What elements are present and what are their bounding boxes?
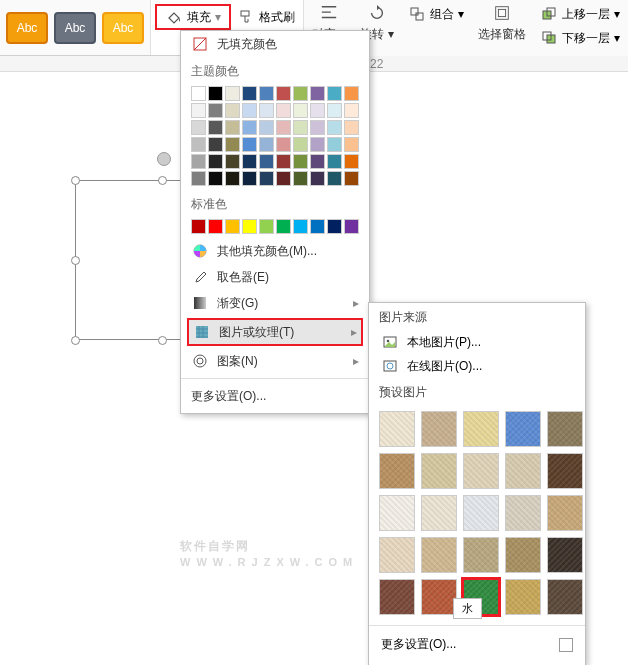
texture-swatch[interactable] xyxy=(505,411,541,447)
color-swatch[interactable] xyxy=(276,120,291,135)
color-swatch[interactable] xyxy=(259,154,274,169)
color-swatch[interactable] xyxy=(310,137,325,152)
more-colors-item[interactable]: 其他填充颜色(M)... xyxy=(181,238,369,264)
color-swatch[interactable] xyxy=(259,86,274,101)
color-swatch[interactable] xyxy=(191,219,206,234)
color-swatch[interactable] xyxy=(225,86,240,101)
bring-forward-button[interactable]: 上移一层▾ xyxy=(540,4,620,24)
color-swatch[interactable] xyxy=(242,120,257,135)
texture-swatch[interactable] xyxy=(463,537,499,573)
texture-swatch[interactable] xyxy=(463,411,499,447)
color-swatch[interactable] xyxy=(242,219,257,234)
color-swatch[interactable] xyxy=(259,103,274,118)
color-swatch[interactable] xyxy=(225,219,240,234)
color-swatch[interactable] xyxy=(259,137,274,152)
color-swatch[interactable] xyxy=(208,86,223,101)
color-swatch[interactable] xyxy=(310,103,325,118)
texture-swatch[interactable] xyxy=(505,537,541,573)
color-swatch[interactable] xyxy=(242,86,257,101)
picture-texture-item[interactable]: 图片或纹理(T) ▸ xyxy=(187,318,363,346)
texture-swatch[interactable] xyxy=(463,495,499,531)
color-swatch[interactable] xyxy=(327,219,342,234)
color-swatch[interactable] xyxy=(327,137,342,152)
color-swatch[interactable] xyxy=(225,154,240,169)
color-swatch[interactable] xyxy=(242,103,257,118)
local-picture-item[interactable]: 本地图片(P)... xyxy=(369,330,585,354)
texture-swatch[interactable] xyxy=(379,411,415,447)
no-fill-item[interactable]: 无填充颜色 xyxy=(181,31,369,57)
color-swatch[interactable] xyxy=(191,154,206,169)
color-swatch[interactable] xyxy=(225,103,240,118)
submenu-more-settings[interactable]: 更多设置(O)... xyxy=(369,630,585,659)
texture-swatch[interactable] xyxy=(547,537,583,573)
color-swatch[interactable] xyxy=(225,171,240,186)
color-swatch[interactable] xyxy=(327,120,342,135)
color-swatch[interactable] xyxy=(344,103,359,118)
resize-handle-n[interactable] xyxy=(158,176,167,185)
color-swatch[interactable] xyxy=(344,154,359,169)
color-swatch[interactable] xyxy=(242,137,257,152)
eyedropper-item[interactable]: 取色器(E) xyxy=(181,264,369,290)
texture-swatch[interactable] xyxy=(379,579,415,615)
color-swatch[interactable] xyxy=(293,219,308,234)
rotate-handle[interactable] xyxy=(157,152,171,166)
color-swatch[interactable] xyxy=(225,120,240,135)
texture-swatch[interactable] xyxy=(421,411,457,447)
color-swatch[interactable] xyxy=(344,171,359,186)
pattern-item[interactable]: 图案(N) ▸ xyxy=(181,348,369,374)
color-swatch[interactable] xyxy=(259,120,274,135)
color-swatch[interactable] xyxy=(327,154,342,169)
selection-pane-label[interactable]: 选择窗格 xyxy=(478,26,526,43)
texture-swatch[interactable] xyxy=(421,579,457,615)
resize-handle-s[interactable] xyxy=(158,336,167,345)
color-swatch[interactable] xyxy=(293,103,308,118)
color-swatch[interactable] xyxy=(327,103,342,118)
texture-swatch[interactable] xyxy=(505,495,541,531)
color-swatch[interactable] xyxy=(191,171,206,186)
color-swatch[interactable] xyxy=(310,154,325,169)
color-swatch[interactable] xyxy=(191,137,206,152)
texture-swatch[interactable] xyxy=(379,453,415,489)
color-swatch[interactable] xyxy=(191,103,206,118)
color-swatch[interactable] xyxy=(344,120,359,135)
texture-swatch[interactable] xyxy=(463,453,499,489)
color-swatch[interactable] xyxy=(293,86,308,101)
color-swatch[interactable] xyxy=(276,86,291,101)
color-swatch[interactable] xyxy=(208,219,223,234)
color-swatch[interactable] xyxy=(225,137,240,152)
color-swatch[interactable] xyxy=(191,86,206,101)
texture-swatch[interactable] xyxy=(421,453,457,489)
color-swatch[interactable] xyxy=(191,120,206,135)
texture-swatch[interactable] xyxy=(379,537,415,573)
color-swatch[interactable] xyxy=(310,86,325,101)
color-swatch[interactable] xyxy=(208,171,223,186)
style-yellow[interactable]: Abc xyxy=(102,12,144,44)
color-swatch[interactable] xyxy=(327,171,342,186)
more-settings-item[interactable]: 更多设置(O)... xyxy=(181,383,369,409)
color-swatch[interactable] xyxy=(293,120,308,135)
color-swatch[interactable] xyxy=(344,219,359,234)
color-swatch[interactable] xyxy=(276,219,291,234)
rotate-icon[interactable] xyxy=(368,4,386,22)
color-swatch[interactable] xyxy=(344,137,359,152)
texture-swatch[interactable] xyxy=(547,411,583,447)
texture-swatch[interactable] xyxy=(547,453,583,489)
color-swatch[interactable] xyxy=(344,86,359,101)
color-swatch[interactable] xyxy=(276,154,291,169)
color-swatch[interactable] xyxy=(208,103,223,118)
shape-styles-gallery[interactable]: Abc Abc Abc xyxy=(0,0,151,55)
resize-handle-sw[interactable] xyxy=(71,336,80,345)
color-swatch[interactable] xyxy=(293,154,308,169)
color-swatch[interactable] xyxy=(310,171,325,186)
color-swatch[interactable] xyxy=(310,120,325,135)
texture-swatch[interactable] xyxy=(421,537,457,573)
selection-pane-icon[interactable] xyxy=(493,4,511,22)
color-swatch[interactable] xyxy=(259,219,274,234)
color-swatch[interactable] xyxy=(208,120,223,135)
texture-swatch[interactable] xyxy=(547,495,583,531)
texture-swatch[interactable] xyxy=(421,495,457,531)
style-orange[interactable]: Abc xyxy=(6,12,48,44)
texture-swatch[interactable] xyxy=(379,495,415,531)
fill-button[interactable]: 填充 ▾ xyxy=(155,4,231,30)
resize-handle-nw[interactable] xyxy=(71,176,80,185)
